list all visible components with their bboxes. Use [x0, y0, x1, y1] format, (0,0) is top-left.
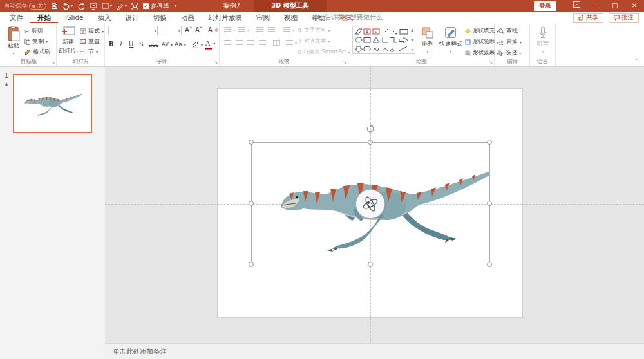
- group-editing: 查找 ab替换▾ 选择▾ 编辑: [495, 23, 530, 66]
- comments-label: 批注: [621, 13, 634, 22]
- tell-me-box[interactable]: 告诉我你想要做什么: [314, 12, 383, 23]
- convert-smartart-button[interactable]: ⧉转换为 SmartArt▾: [298, 48, 350, 56]
- arrange-button[interactable]: 排列 ▾: [419, 26, 437, 53]
- shapes-gallery[interactable]: A ⌖: [352, 26, 412, 54]
- font-size-combobox[interactable]: ▾: [160, 26, 182, 35]
- text-direction-button[interactable]: ⇅文字方向▾: [298, 26, 330, 34]
- resize-handle-top-right[interactable]: [487, 140, 492, 145]
- powerpoint-window: 自动保存 关 ▾ ▾ ▾ ✓ 参考线 ▾ 案例7 3D 模型工具 登录 — □ …: [0, 0, 644, 359]
- close-button[interactable]: ✕: [625, 0, 644, 12]
- columns-button[interactable]: [273, 40, 280, 46]
- quick-styles-button[interactable]: 快速样式 ▾: [439, 26, 462, 53]
- format-painter-button[interactable]: 格式刷: [24, 48, 50, 56]
- select-button[interactable]: 选择▾: [498, 49, 521, 57]
- tab-animations[interactable]: 动画: [174, 12, 202, 23]
- rotation-handle[interactable]: [366, 124, 375, 133]
- layout-button[interactable]: 版式▾: [80, 27, 104, 35]
- login-button[interactable]: 登录: [534, 1, 556, 11]
- clear-formatting-button[interactable]: A: [208, 26, 218, 33]
- align-right-button[interactable]: [247, 40, 254, 46]
- notes-pane[interactable]: 单击此处添加备注: [105, 343, 644, 359]
- bold-button[interactable]: B: [109, 41, 114, 48]
- slide-layout-button[interactable]: ▾: [102, 0, 112, 12]
- italic-button[interactable]: I: [119, 41, 122, 48]
- tab-home[interactable]: 开始: [30, 12, 58, 23]
- paste-button[interactable]: 粘贴 ▾: [5, 26, 23, 55]
- grid-box-button[interactable]: [131, 0, 138, 12]
- cut-button[interactable]: ✂剪切: [24, 27, 43, 35]
- character-spacing-button[interactable]: AV▾: [162, 41, 173, 48]
- save-button[interactable]: [51, 0, 58, 12]
- maximize-button[interactable]: □: [605, 0, 625, 12]
- decrease-indent-button[interactable]: [256, 27, 263, 33]
- shape-fill-button[interactable]: 形状填充▾: [465, 27, 498, 35]
- contextual-tab-3d-model-tools[interactable]: 3D 模型工具: [254, 0, 327, 12]
- text-shadow-button[interactable]: S: [139, 41, 144, 48]
- resize-handle-middle-left[interactable]: [249, 201, 254, 206]
- justify-button[interactable]: [259, 40, 266, 46]
- underline-button[interactable]: U: [129, 41, 133, 48]
- tab-view[interactable]: 视图: [277, 12, 305, 23]
- new-slide-button[interactable]: 新建 幻灯片▾: [59, 26, 78, 55]
- drawing-dialog-launcher-icon[interactable]: ↘: [489, 60, 493, 65]
- replace-button[interactable]: ab替换▾: [498, 38, 522, 46]
- minimize-button[interactable]: —: [586, 0, 605, 12]
- new-slide-label-1: 新建: [62, 38, 74, 46]
- ribbon-display-options-button[interactable]: [567, 0, 586, 12]
- reset-button[interactable]: 重置: [80, 37, 100, 46]
- resize-handle-bottom-middle[interactable]: [368, 262, 373, 267]
- resize-handle-top-left[interactable]: [249, 140, 254, 145]
- shape-effects-button[interactable]: 形状效果▾: [465, 49, 498, 57]
- line-spacing-button[interactable]: ▾: [283, 27, 294, 33]
- tab-review[interactable]: 审阅: [249, 12, 277, 23]
- share-button[interactable]: 共享: [573, 13, 603, 23]
- paragraph-dialog-launcher-icon[interactable]: ↘: [343, 60, 346, 65]
- grow-font-button[interactable]: A˄: [185, 26, 193, 33]
- dictate-button[interactable]: 听写 ▾: [534, 26, 552, 53]
- start-slideshow-button[interactable]: [90, 0, 97, 12]
- shrink-font-button[interactable]: A˅: [195, 26, 203, 33]
- align-center-button[interactable]: [236, 40, 243, 46]
- section-icon: [80, 49, 86, 55]
- tab-file[interactable]: 文件: [3, 12, 30, 23]
- tab-insert[interactable]: 插入: [91, 12, 118, 23]
- bullets-button[interactable]: ▾: [224, 27, 235, 33]
- slide-1-thumbnail[interactable]: [13, 74, 92, 133]
- section-button[interactable]: 节▾: [80, 48, 98, 56]
- find-button[interactable]: 查找: [498, 27, 518, 35]
- align-left-button[interactable]: [224, 40, 231, 46]
- share-icon: [578, 15, 584, 21]
- add-remove-columns-button[interactable]: ▾: [286, 40, 297, 46]
- font-color-button[interactable]: A▾: [205, 40, 215, 47]
- increase-indent-button[interactable]: [268, 27, 275, 33]
- font-name-combobox[interactable]: ▾: [108, 26, 158, 35]
- change-case-button[interactable]: Aa▾: [175, 41, 186, 48]
- undo-button[interactable]: ▾: [62, 0, 73, 12]
- slide-canvas-area[interactable]: [105, 67, 644, 343]
- pen-button[interactable]: ▾: [117, 0, 127, 12]
- resize-handle-middle-right[interactable]: [487, 201, 492, 206]
- tab-transitions[interactable]: 切换: [146, 12, 174, 23]
- highlight-color-button[interactable]: ▾: [191, 41, 203, 48]
- qat-more-icon[interactable]: ▾: [175, 4, 177, 8]
- resize-handle-bottom-right[interactable]: [487, 262, 492, 267]
- font-dialog-launcher-icon[interactable]: ↘: [214, 60, 218, 65]
- resize-handle-bottom-left[interactable]: [249, 262, 254, 267]
- collapse-ribbon-icon[interactable]: ⌃: [634, 59, 639, 64]
- guides-checkbox[interactable]: ✓ 参考线: [143, 2, 169, 10]
- tab-slideshow[interactable]: 幻灯片放映: [202, 12, 250, 23]
- tab-design[interactable]: 设计: [118, 12, 146, 23]
- editor-right-side: 单击此处添加备注: [105, 67, 644, 359]
- shapes-gallery-scroll[interactable]: ▲▼⊽: [410, 26, 415, 54]
- copy-button[interactable]: 复制▾: [24, 37, 48, 46]
- clipboard-dialog-launcher-icon[interactable]: ↘: [51, 60, 55, 65]
- tab-islide[interactable]: iSlide: [58, 12, 91, 23]
- comments-button[interactable]: 批注: [609, 13, 639, 23]
- autosave-toggle[interactable]: 自动保存 关: [4, 2, 46, 10]
- shape-outline-button[interactable]: 形状轮廓▾: [465, 38, 498, 46]
- redo-button[interactable]: [77, 0, 85, 12]
- align-text-button[interactable]: ⇳对齐文本▾: [298, 37, 330, 45]
- numbering-button[interactable]: ▾: [238, 27, 249, 33]
- strikethrough-button[interactable]: abc: [149, 42, 158, 48]
- 3d-rotate-control[interactable]: [355, 189, 385, 219]
